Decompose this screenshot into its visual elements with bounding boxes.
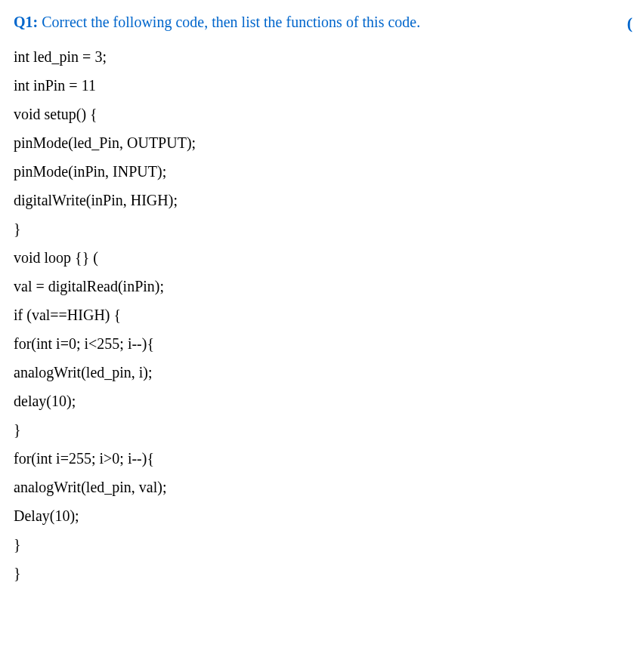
code-line: if (val==HIGH) { (14, 301, 623, 329)
code-line: pinMode(led_Pin, OUTPUT); (14, 128, 623, 157)
code-line: } (14, 214, 623, 243)
code-line: digitalWrite(inPin, HIGH); (14, 186, 623, 214)
code-line: analogWrit(led_pin, i); (14, 358, 623, 387)
code-line: pinMode(inPin, INPUT); (14, 157, 623, 186)
question-text: Correct the following code, then list th… (38, 14, 420, 30)
code-block: int led_pin = 3; int inPin = 11 void set… (14, 42, 623, 587)
code-line: val = digitalRead(inPin); (14, 272, 623, 301)
question-header: Q1: Correct the following code, then lis… (14, 8, 623, 36)
marks-paren: ( (627, 8, 632, 39)
code-line: analogWrit(led_pin, val); (14, 473, 623, 501)
code-line: delay(10); (14, 387, 623, 415)
code-line: for(int i=0; i<255; i--){ (14, 329, 623, 358)
code-line: int inPin = 11 (14, 71, 623, 100)
code-line: } (14, 559, 623, 587)
code-line: void loop {} ( (14, 243, 623, 272)
code-line: int led_pin = 3; (14, 42, 623, 71)
code-line: } (14, 530, 623, 559)
code-line: for(int i=255; i>0; i--){ (14, 444, 623, 473)
code-line: void setup() { (14, 100, 623, 128)
code-line: } (14, 415, 623, 444)
question-label: Q1: (14, 14, 38, 30)
code-line: Delay(10); (14, 501, 623, 530)
